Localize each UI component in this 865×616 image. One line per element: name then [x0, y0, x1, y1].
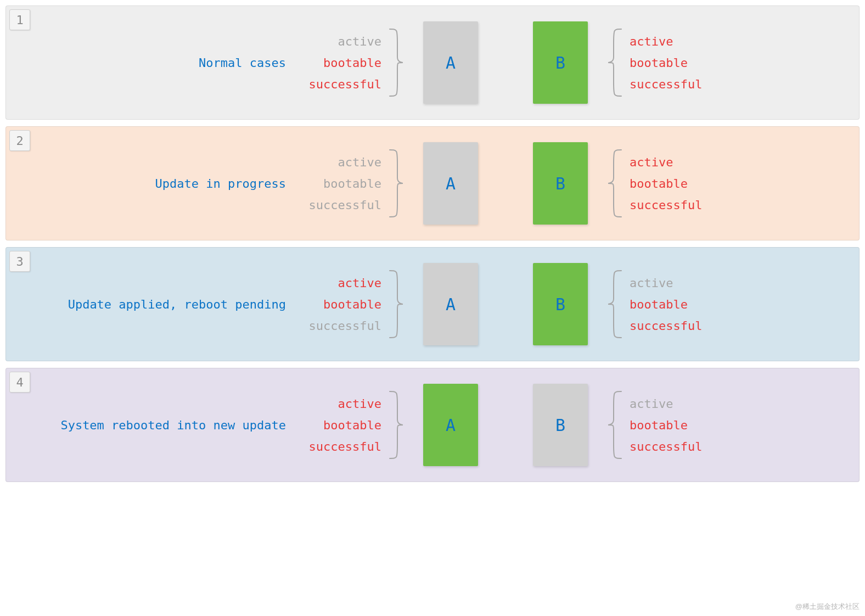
slot-b: B: [533, 142, 588, 225]
slot-a-attrs: activebootablesuccessful: [291, 32, 385, 93]
attr-active: active: [630, 153, 673, 171]
row-title: Update in progress: [17, 177, 291, 191]
attr-successful: successful: [309, 196, 381, 214]
brace-left-icon: [604, 389, 626, 461]
attr-active: active: [630, 274, 673, 292]
row-title: System rebooted into new update: [17, 418, 291, 432]
attr-bootable: bootable: [630, 295, 688, 313]
attr-successful: successful: [630, 317, 702, 335]
slot-b-attrs: activebootablesuccessful: [626, 32, 720, 93]
attr-active: active: [630, 32, 673, 51]
slot-b-attrs: activebootablesuccessful: [626, 395, 720, 456]
slot-a: A: [423, 142, 478, 225]
attr-bootable: bootable: [323, 54, 381, 72]
attr-bootable: bootable: [630, 416, 688, 434]
brace-left-icon: [604, 27, 626, 98]
attr-bootable: bootable: [630, 54, 688, 72]
attr-active: active: [338, 274, 381, 292]
attr-successful: successful: [630, 438, 702, 456]
state-row-4: 4System rebooted into new updateactivebo…: [5, 368, 860, 482]
row-number: 4: [9, 372, 30, 393]
slot-a: A: [423, 384, 478, 466]
slot-a-attrs: activebootablesuccessful: [291, 395, 385, 456]
brace-right-icon: [385, 389, 407, 461]
attr-bootable: bootable: [323, 175, 381, 193]
state-row-3: 3Update applied, reboot pendingactiveboo…: [5, 247, 860, 361]
row-number: 2: [9, 130, 30, 151]
slot-b-attrs: activebootablesuccessful: [626, 153, 720, 214]
slot-b: B: [533, 263, 588, 345]
state-row-2: 2Update in progressactivebootablesuccess…: [5, 126, 860, 240]
slot-a-attrs: activebootablesuccessful: [291, 153, 385, 214]
slot-a-attrs: activebootablesuccessful: [291, 274, 385, 335]
attr-successful: successful: [630, 75, 702, 93]
brace-right-icon: [385, 27, 407, 98]
slot-b: B: [533, 21, 588, 104]
attr-active: active: [338, 153, 381, 171]
attr-successful: successful: [309, 75, 381, 93]
slot-a: A: [423, 263, 478, 345]
brace-right-icon: [385, 268, 407, 340]
attr-active: active: [338, 395, 381, 413]
attr-bootable: bootable: [630, 175, 688, 193]
attr-successful: successful: [630, 196, 702, 214]
row-title: Normal cases: [17, 56, 291, 70]
row-title: Update applied, reboot pending: [17, 298, 291, 311]
attr-bootable: bootable: [323, 295, 381, 313]
state-row-1: 1Normal casesactivebootablesuccessful AB…: [5, 5, 860, 120]
slot-a: A: [423, 21, 478, 104]
row-number: 3: [9, 251, 30, 272]
attr-successful: successful: [309, 317, 381, 335]
slot-b: B: [533, 384, 588, 466]
attr-active: active: [338, 32, 381, 51]
brace-left-icon: [604, 148, 626, 219]
row-number: 1: [9, 9, 30, 30]
slot-b-attrs: activebootablesuccessful: [626, 274, 720, 335]
attr-successful: successful: [309, 438, 381, 456]
attr-active: active: [630, 395, 673, 413]
brace-right-icon: [385, 148, 407, 219]
brace-left-icon: [604, 268, 626, 340]
attr-bootable: bootable: [323, 416, 381, 434]
